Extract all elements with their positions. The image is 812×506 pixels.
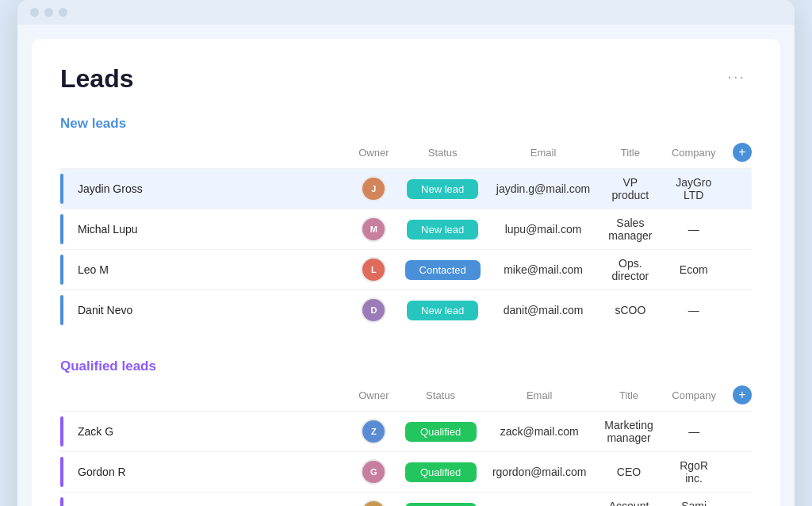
col-owner-new: Owner: [350, 138, 396, 169]
qualified-leads-columns: Owner Status Email Title Company +: [60, 381, 752, 412]
company-cell: —: [662, 290, 725, 331]
page-title: Leads: [60, 64, 133, 94]
email-cell[interactable]: mike@mail.com: [488, 250, 598, 290]
qualified-leads-title: Qualified leads: [60, 358, 156, 374]
new-leads-columns: Owner Status Email Title Company +: [60, 138, 752, 169]
title-cell: Marketing manager: [595, 412, 663, 452]
avatar: S: [361, 500, 386, 506]
col-company-new: Company: [662, 138, 725, 169]
col-status-new: Status: [397, 138, 488, 169]
email-cell[interactable]: lupu@mail.com: [488, 209, 598, 250]
title-cell: Account manager: [595, 493, 663, 507]
status-badge: New lead: [407, 179, 478, 199]
email-cell[interactable]: zack@mail.com: [485, 412, 595, 452]
company-cell: —: [662, 209, 725, 250]
qualified-leads-header: Qualified leads: [60, 358, 752, 374]
table-row[interactable]: Sami P.SQualifiedsami@mail.comAccount ma…: [60, 493, 752, 507]
col-title-qual: Title: [595, 381, 663, 412]
avatar: M: [361, 217, 386, 242]
table-row[interactable]: Gordon RGQualifiedrgordon@mail.comCEORgo…: [60, 452, 752, 493]
col-company-qual: Company: [663, 381, 725, 412]
company-cell: Ecom: [662, 250, 725, 290]
company-cell: RgoR inc.: [663, 452, 725, 493]
lead-name: Zack G: [73, 425, 113, 438]
avatar: D: [361, 297, 386, 323]
app-window: Leads ··· New leads Owner Status Email T…: [17, 0, 795, 506]
title-cell: sCOO: [598, 290, 662, 331]
qualified-leads-table: Owner Status Email Title Company + Zack …: [60, 381, 752, 506]
col-name-qual: [60, 381, 350, 412]
col-title-new: Title: [598, 138, 662, 169]
status-badge: Qualified: [405, 422, 477, 442]
title-cell: CEO: [595, 452, 663, 493]
dot-2: [44, 8, 53, 17]
new-leads-title: New leads: [60, 116, 126, 132]
avatar: Z: [361, 419, 386, 444]
email-cell[interactable]: sami@mail.com: [485, 493, 595, 507]
company-cell: Sami electric: [663, 493, 725, 507]
title-cell: Sales manager: [598, 209, 662, 250]
page-header: Leads ···: [60, 64, 752, 94]
table-row[interactable]: Jaydin GrossJNew leadjaydin.g@mail.comVP…: [60, 169, 752, 209]
table-row[interactable]: Leo MLContactedmike@mail.comOps. directo…: [60, 250, 752, 290]
col-owner-qual: Owner: [350, 381, 396, 412]
qualified-leads-section: Qualified leads Owner Status Email Title…: [60, 358, 752, 506]
company-cell: —: [663, 412, 725, 452]
table-row[interactable]: Danit NevoDNew leaddanit@mail.comsCOO—: [60, 290, 752, 331]
status-badge: Qualified: [405, 503, 477, 507]
col-add-new: +: [725, 138, 752, 169]
dot-3: [59, 8, 67, 17]
title-cell: Ops. director: [598, 250, 662, 290]
status-badge: Qualified: [405, 462, 477, 482]
col-email-new: Email: [488, 138, 598, 169]
add-new-lead-button[interactable]: +: [733, 143, 752, 162]
dot-1: [30, 8, 39, 17]
status-badge: New lead: [407, 301, 478, 320]
add-qualified-lead-button[interactable]: +: [733, 385, 752, 404]
titlebar: [17, 0, 795, 25]
new-leads-section: New leads Owner Status Email Title Compa…: [60, 116, 752, 330]
page-content: Leads ··· New leads Owner Status Email T…: [32, 39, 780, 506]
table-row[interactable]: Zack GZQualifiedzack@mail.comMarketing m…: [60, 412, 752, 452]
email-cell[interactable]: jaydin.g@mail.com: [488, 169, 598, 209]
avatar: G: [361, 459, 386, 485]
col-add-qual: +: [725, 381, 752, 412]
col-name-new: [60, 138, 350, 169]
avatar: L: [361, 257, 386, 282]
lead-name: Leo M: [73, 263, 109, 276]
col-status-qual: Status: [397, 381, 485, 412]
lead-name: Jaydin Gross: [73, 182, 143, 195]
company-cell: JayGro LTD: [662, 169, 725, 209]
status-badge: New lead: [407, 220, 478, 240]
lead-name: Danit Nevo: [73, 304, 132, 316]
lead-name: Gordon R: [73, 466, 126, 478]
status-badge: Contacted: [405, 260, 481, 280]
lead-name: Michal Lupu: [73, 223, 138, 236]
email-cell[interactable]: rgordon@mail.com: [485, 452, 595, 493]
new-leads-table: Owner Status Email Title Company + Jaydi…: [60, 138, 752, 330]
col-email-qual: Email: [485, 381, 595, 412]
avatar: J: [361, 176, 386, 201]
table-row[interactable]: Michal LupuMNew leadlupu@mail.comSales m…: [60, 209, 752, 250]
more-options-button[interactable]: ···: [721, 64, 752, 89]
new-leads-header: New leads: [60, 116, 752, 132]
email-cell[interactable]: danit@mail.com: [488, 290, 598, 331]
title-cell: VP product: [598, 169, 662, 209]
